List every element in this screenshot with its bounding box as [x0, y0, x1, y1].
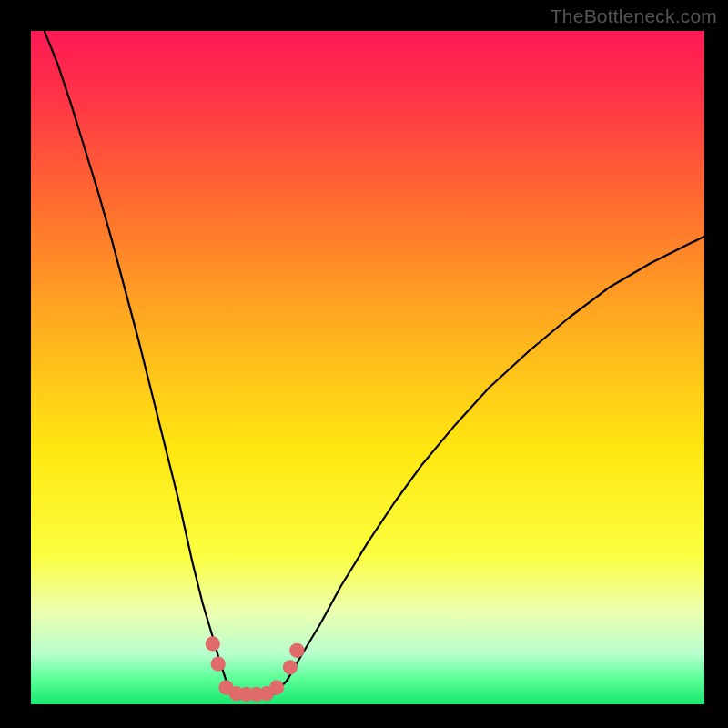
marker-point — [289, 643, 304, 658]
plot-area — [31, 31, 704, 704]
chart-svg — [31, 31, 704, 704]
marker-point — [206, 636, 220, 651]
marker-point — [269, 680, 284, 694]
gradient-background — [31, 31, 704, 704]
chart-frame: TheBottleneck.com — [0, 0, 728, 728]
marker-point — [211, 656, 226, 671]
attribution-text: TheBottleneck.com — [551, 5, 717, 27]
marker-point — [283, 660, 298, 674]
